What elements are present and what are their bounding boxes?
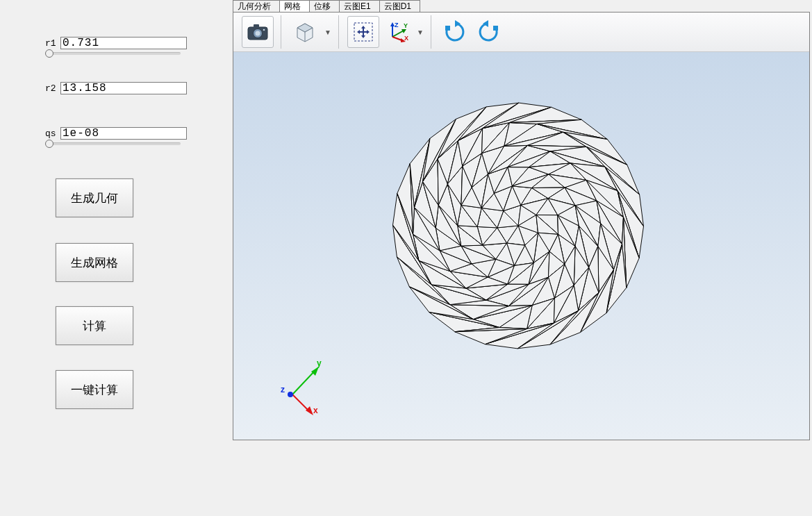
- triad-x-label: x: [313, 406, 318, 415]
- svg-rect-1: [254, 24, 259, 28]
- svg-point-3: [256, 31, 260, 36]
- svg-text:Z: Z: [395, 22, 399, 28]
- generate-mesh-button[interactable]: 生成网格: [56, 243, 133, 282]
- param-slider-r1[interactable]: [45, 49, 184, 59]
- rotate-right-button[interactable]: [440, 17, 470, 47]
- button-label: 生成网格: [71, 255, 118, 271]
- svg-point-4: [263, 29, 265, 31]
- slider-track: [49, 142, 181, 145]
- tab-cloud-d1[interactable]: 云图D1: [379, 0, 420, 13]
- param-label-qs: qs: [45, 128, 56, 139]
- button-label: 计算: [83, 318, 106, 334]
- slider-track: [49, 52, 181, 55]
- button-label: 一键计算: [71, 382, 118, 398]
- rotate-left-icon: [476, 19, 501, 44]
- rotate-left-button[interactable]: [473, 17, 504, 47]
- view-box-button[interactable]: [290, 17, 320, 47]
- svg-marker-301: [306, 406, 313, 415]
- svg-point-302: [288, 392, 293, 397]
- svg-text:Y: Y: [404, 22, 408, 29]
- compute-button[interactable]: 计算: [56, 306, 133, 345]
- svg-rect-19: [445, 26, 450, 31]
- axes-triad-button[interactable]: Z Y X: [382, 17, 413, 47]
- fit-move-button[interactable]: [347, 16, 379, 48]
- viewer-toolbar: ▼ Z Y: [233, 13, 809, 52]
- chevron-down-icon: ▼: [417, 28, 424, 36]
- generate-geometry-button[interactable]: 生成几何: [56, 178, 133, 217]
- triad-z-label: z: [281, 385, 285, 394]
- tab-displacement[interactable]: 位移: [309, 0, 340, 13]
- screenshot-button[interactable]: [242, 16, 274, 48]
- param-input-r1[interactable]: [60, 37, 187, 49]
- param-input-r2[interactable]: [60, 82, 187, 94]
- view-box-dropdown[interactable]: ▼: [323, 17, 333, 47]
- tab-mesh[interactable]: 网格: [279, 0, 310, 13]
- cube-icon: [293, 20, 317, 44]
- slider-thumb[interactable]: [45, 49, 53, 58]
- param-slider-qs[interactable]: [45, 140, 184, 149]
- viewport-3d[interactable]: y x z: [233, 52, 809, 440]
- one-click-compute-button[interactable]: 一键计算: [56, 370, 133, 409]
- button-label: 生成几何: [71, 190, 118, 206]
- move-arrows-icon: [353, 22, 374, 42]
- viewer-frame: ▼ Z Y: [233, 12, 810, 440]
- rotate-right-icon: [442, 19, 467, 44]
- tab-geometry-analysis[interactable]: 几何分析: [233, 0, 280, 13]
- svg-text:X: X: [404, 35, 408, 42]
- param-input-qs[interactable]: [60, 127, 187, 140]
- param-label-r1: r1: [45, 38, 56, 49]
- parameter-panel: r1 r2 qs 生成几何 生成网格: [0, 0, 229, 516]
- axes-icon: Z Y X: [386, 20, 409, 44]
- param-label-r2: r2: [45, 83, 56, 94]
- chevron-down-icon: ▼: [324, 28, 331, 36]
- camera-icon: [247, 24, 268, 40]
- mesh-display: [386, 94, 650, 358]
- svg-rect-21: [493, 26, 498, 31]
- triad-y-label: y: [317, 358, 322, 368]
- view-tabs: 几何分析 网格 位移 云图E1 云图D1: [233, 0, 420, 12]
- orientation-triad: y x z: [275, 356, 338, 419]
- axes-dropdown[interactable]: ▼: [415, 17, 425, 47]
- slider-thumb[interactable]: [45, 140, 53, 148]
- tab-cloud-e1[interactable]: 云图E1: [339, 0, 380, 13]
